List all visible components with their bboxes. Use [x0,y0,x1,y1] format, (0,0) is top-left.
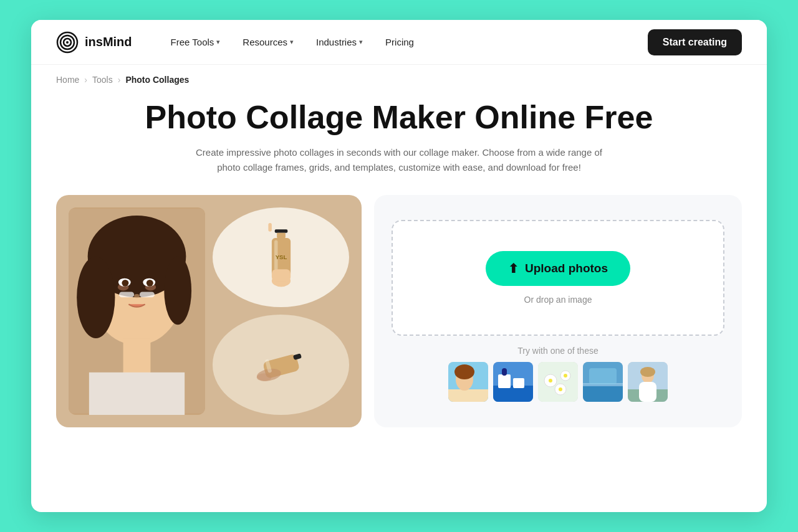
start-creating-button[interactable]: Start creating [648,29,742,55]
svg-point-46 [549,379,552,382]
try-thumb-4[interactable] [583,362,623,402]
svg-rect-39 [498,374,511,388]
svg-rect-34 [448,389,488,402]
svg-rect-17 [89,373,185,415]
svg-rect-20 [268,223,272,232]
try-thumbnails [392,362,724,402]
chevron-down-icon: ▾ [216,38,220,46]
collage-circle-top: YSL [213,207,349,307]
svg-rect-42 [538,362,578,402]
nav-item-resources[interactable]: Resources ▾ [234,32,302,52]
svg-text:YSL: YSL [275,254,287,261]
chevron-down-icon: ▾ [290,38,294,46]
svg-point-15 [134,294,140,298]
try-thumb-2[interactable] [493,362,533,402]
breadcrumb: Home › Tools › Photo Collages [31,65,767,85]
page-title: Photo Collage Maker Online Free [56,100,742,135]
drop-hint-text: Or drop an image [524,295,592,305]
breadcrumb-home[interactable]: Home [56,75,79,85]
svg-rect-56 [639,382,656,402]
svg-point-31 [256,373,271,381]
svg-point-36 [454,364,474,379]
logo[interactable]: insMind [56,31,132,54]
breadcrumb-tools[interactable]: Tools [92,75,113,85]
upload-dropzone[interactable]: ⬆ Upload photos Or drop an image [392,220,724,336]
svg-rect-50 [583,384,623,402]
svg-point-8 [164,257,191,325]
breadcrumb-sep-2: › [118,75,121,85]
breadcrumb-current: Photo Collages [125,75,189,85]
svg-rect-22 [277,233,286,238]
browser-frame: insMind Free Tools ▾ Resources ▾ Industr… [31,20,767,512]
svg-rect-18 [119,292,134,298]
try-section: Try with one of these [392,346,724,402]
svg-rect-21 [274,230,287,234]
svg-point-14 [147,280,153,287]
try-thumb-1[interactable] [448,362,488,402]
svg-point-48 [559,387,562,391]
upload-photos-button[interactable]: ⬆ Upload photos [486,251,630,286]
logo-icon [56,31,79,54]
try-thumb-5[interactable] [628,362,668,402]
chevron-down-icon: ▾ [359,38,363,46]
nav-item-free-tools[interactable]: Free Tools ▾ [162,32,229,52]
panels: YSL [56,195,742,427]
header: insMind Free Tools ▾ Resources ▾ Industr… [31,20,767,65]
upload-icon: ⬆ [508,261,519,276]
svg-point-13 [122,280,128,287]
nav-item-pricing[interactable]: Pricing [377,32,423,52]
try-thumb-3[interactable] [538,362,578,402]
breadcrumb-sep-1: › [84,75,87,85]
collage-portrait [69,207,205,415]
logo-text: insMind [85,35,132,49]
svg-rect-27 [271,270,290,282]
main-nav: Free Tools ▾ Resources ▾ Industries ▾ Pr… [162,32,648,52]
try-label: Try with one of these [392,346,724,356]
upload-panel: ⬆ Upload photos Or drop an image Try wit… [374,195,742,427]
hero-subtitle: Create impressive photo collages in seco… [187,145,611,175]
svg-point-57 [640,367,655,377]
svg-rect-52 [589,368,617,384]
nav-item-industries[interactable]: Industries ▾ [307,32,372,52]
svg-rect-19 [140,292,155,298]
svg-rect-29 [292,353,301,360]
collage-preview: YSL [56,195,362,427]
collage-circle-bottom [213,315,349,414]
svg-rect-40 [513,378,524,388]
svg-rect-41 [502,368,507,376]
svg-point-47 [564,374,567,378]
main-content: Photo Collage Maker Online Free Create i… [31,85,767,452]
svg-point-3 [66,41,69,44]
svg-point-7 [77,257,115,338]
